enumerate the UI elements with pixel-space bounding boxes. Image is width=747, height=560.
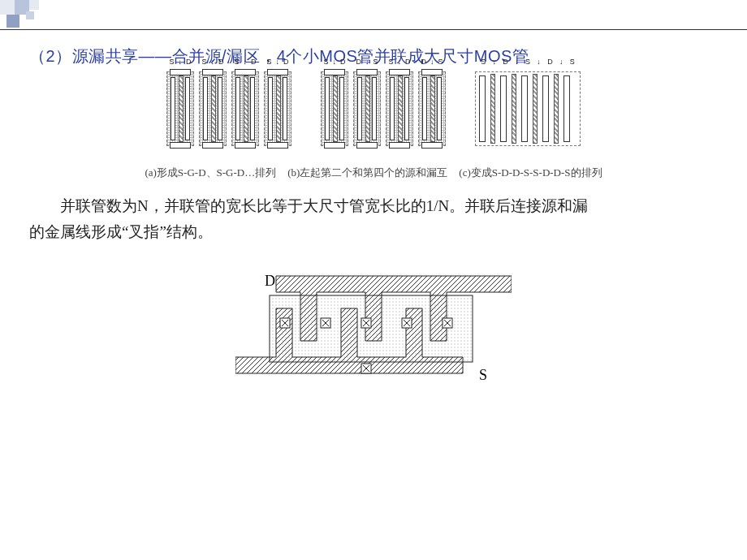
body-paragraph: 并联管数为N，并联管的宽长比等于大尺寸管宽长比的1/N。并联后连接源和漏 的金属…	[29, 193, 718, 246]
mos-unit: D↓S	[418, 71, 446, 146]
slide-corner-decoration	[0, 0, 49, 29]
figure-a: S↓D S↓D S↓D S↓D	[166, 71, 291, 146]
d-label: D	[265, 273, 275, 289]
slide-divider	[0, 29, 747, 30]
figure-c: S↓ D↓ S↓ D↓ S	[475, 71, 581, 146]
mos-unit: S↓D	[321, 71, 348, 146]
interdigitated-diagram: D S	[235, 268, 512, 390]
mos-unit: S↓D	[199, 71, 227, 146]
caption-a: (a)形成S-G-D、S-G-D…排列	[145, 166, 276, 180]
mos-unit: S↓D	[264, 71, 291, 146]
s-label: S	[479, 367, 487, 383]
mos-unit: S↓D	[231, 71, 259, 146]
figure-b: S↓D D↓S S↓D D↓S	[321, 71, 446, 146]
caption-b: (b)左起第二个和第四个的源和漏互	[287, 166, 447, 180]
mos-unit: D↓S	[353, 71, 381, 146]
figure-row: S↓D S↓D S↓D S↓D S↓D D↓S S↓D D	[0, 71, 747, 146]
caption-c: (c)变成S-D-D-S-S-D-D-S的排列	[459, 166, 602, 180]
svg-rect-2	[270, 295, 473, 362]
figure-captions: (a)形成S-G-D、S-G-D…排列 (b)左起第二个和第四个的源和漏互 (c…	[0, 166, 747, 180]
mos-unit: S↓D	[166, 71, 194, 146]
mos-unit: S↓D	[386, 71, 413, 146]
